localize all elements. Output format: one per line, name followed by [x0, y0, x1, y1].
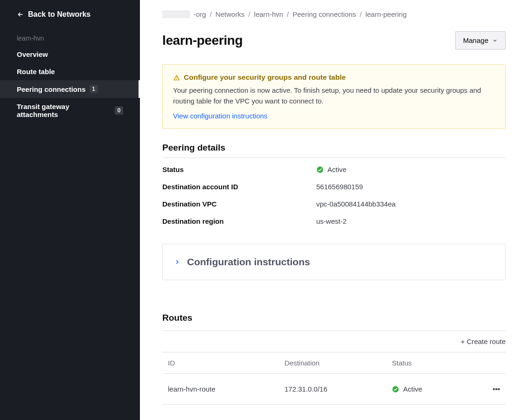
col-status: Status: [386, 352, 469, 374]
route-status: Active: [386, 374, 469, 405]
back-label: Back to Networks: [28, 10, 90, 19]
alert-link[interactable]: View configuration instructions: [173, 112, 267, 120]
sidebar-context-name: learn-hvn: [0, 29, 140, 46]
arrow-left-icon: [17, 11, 24, 18]
check-circle-icon: [392, 386, 399, 393]
count-badge: 0: [115, 106, 123, 115]
detail-value: 561656980159: [316, 183, 363, 191]
row-actions-button[interactable]: •••: [469, 374, 506, 405]
detail-label: Destination region: [162, 217, 316, 225]
sidebar-item-label: Overview: [17, 50, 48, 58]
detail-value: vpc-0a50084144bb334ea: [316, 200, 396, 208]
sidebar-item-label: Peering connections: [17, 85, 86, 93]
crumb-networks[interactable]: Networks: [215, 10, 245, 18]
detail-label: Destination VPC: [162, 200, 316, 208]
manage-button[interactable]: Manage: [455, 31, 506, 49]
crumb-hvn[interactable]: learn-hvn: [254, 10, 284, 18]
sidebar-item-label: Route table: [17, 68, 55, 76]
routes-toolbar: + Create route: [162, 330, 506, 352]
routes-title: Routes: [162, 313, 506, 328]
check-circle-icon: [316, 166, 324, 173]
alert-heading: Configure your security groups and route…: [173, 73, 495, 82]
route-id: learn-hvn-route: [162, 374, 279, 405]
warning-icon: [173, 74, 180, 81]
create-route-label: Create route: [467, 337, 506, 345]
sidebar-item-overview[interactable]: Overview: [0, 46, 140, 63]
count-badge: 1: [90, 85, 98, 93]
detail-row: Destination account ID561656980159: [162, 178, 506, 195]
breadcrumb: xx -org / Networks / learn-hvn / Peering…: [162, 10, 506, 18]
crumb-sep: /: [287, 10, 289, 18]
page-title: learn-peering: [162, 33, 243, 48]
alert-banner: Configure your security groups and route…: [162, 64, 506, 129]
crumb-sep: /: [248, 10, 250, 18]
chevron-right-icon: [174, 259, 181, 265]
peering-details-list: StatusActiveDestination account ID561656…: [162, 161, 506, 230]
sidebar-item-peering-connections[interactable]: Peering connections1: [0, 80, 140, 98]
sidebar: Back to Networks learn-hvn OverviewRoute…: [0, 0, 140, 420]
crumb-org-suffix[interactable]: -org: [194, 10, 206, 18]
detail-value: us-west-2: [316, 217, 347, 225]
alert-title: Configure your security groups and route…: [184, 73, 346, 82]
col-destination: Destination: [279, 352, 386, 374]
crumb-sep: /: [360, 10, 361, 18]
create-route-button[interactable]: + Create route: [461, 337, 506, 345]
detail-row: StatusActive: [162, 161, 506, 178]
sidebar-item-route-table[interactable]: Route table: [0, 63, 140, 80]
col-id: ID: [162, 352, 279, 374]
routes-table: ID Destination Status learn-hvn-route172…: [162, 352, 506, 405]
main-content: xx -org / Networks / learn-hvn / Peering…: [140, 0, 528, 420]
sidebar-nav: OverviewRoute tablePeering connections1T…: [0, 46, 140, 123]
crumb-peering[interactable]: Peering connections: [292, 10, 356, 18]
detail-label: Destination account ID: [162, 183, 316, 191]
config-instructions-panel[interactable]: Configuration instructions: [162, 244, 506, 280]
detail-label: Status: [162, 165, 316, 173]
crumb-current[interactable]: learn-peering: [365, 10, 406, 18]
chevron-down-icon: [492, 38, 498, 43]
crumb-org[interactable]: xx: [162, 10, 190, 18]
crumb-sep: /: [210, 10, 212, 18]
detail-value: Active: [316, 165, 347, 173]
route-destination: 172.31.0.0/16: [279, 374, 386, 405]
config-instructions-title: Configuration instructions: [187, 256, 310, 268]
sidebar-item-label: Transit gateway attachments: [17, 103, 111, 118]
detail-row: Destination VPCvpc-0a50084144bb334ea: [162, 195, 506, 213]
sidebar-item-transit-gateway-attachments[interactable]: Transit gateway attachments0: [0, 98, 140, 123]
page-header: learn-peering Manage: [162, 31, 506, 49]
detail-row: Destination regionus-west-2: [162, 213, 506, 230]
alert-body: Your peering connection is now active. T…: [173, 85, 495, 106]
col-actions: [469, 352, 506, 374]
manage-label: Manage: [463, 36, 488, 44]
peering-details-title: Peering details: [162, 143, 506, 158]
table-row: learn-hvn-route172.31.0.0/16Active•••: [162, 374, 506, 405]
plus-icon: +: [461, 337, 465, 345]
back-to-networks-link[interactable]: Back to Networks: [0, 0, 140, 29]
routes-section: Routes + Create route ID Destination Sta…: [162, 313, 506, 405]
